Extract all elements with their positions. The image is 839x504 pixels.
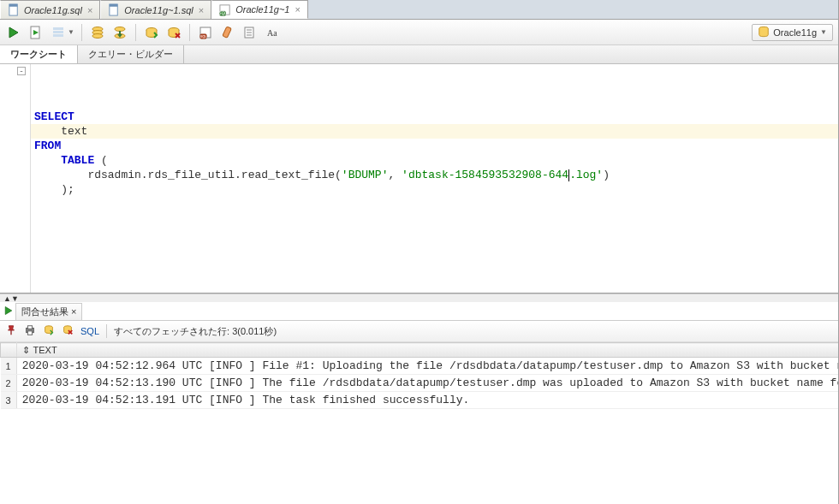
result-tabs: 問合せ結果 × [0, 302, 838, 321]
delete-button[interactable] [62, 324, 74, 338]
file-tab-0[interactable]: Oracle11g.sql × [0, 0, 100, 19]
unshared-worksheet-button[interactable]: SQL [197, 24, 214, 41]
result-toolbar: SQL すべてのフェッチされた行: 3(0.011秒) [0, 321, 838, 342]
file-tab-label: Oracle11g~1.sql [124, 5, 193, 15]
row-header-corner [1, 343, 17, 358]
svg-text:SQL: SQL [219, 11, 227, 15]
fetch-status: すべてのフェッチされた行: 3(0.011秒) [114, 325, 277, 338]
file-tabs: Oracle11g.sql × Oracle11g~1.sql × SQL Or… [0, 0, 838, 20]
main-toolbar: ▼ SQL Aa Oracle11g ▼ [0, 20, 838, 45]
result-tab-0[interactable]: 問合せ結果 × [15, 303, 82, 320]
pin-button[interactable] [5, 324, 17, 338]
table-row[interactable]: 2 2020-03-19 04:52:13.190 UTC [INFO ] Th… [1, 375, 840, 392]
file-tab-1[interactable]: Oracle11g~1.sql × [100, 0, 211, 19]
table-row[interactable]: 1 2020-03-19 04:52:12.964 UTC [INFO ] Fi… [1, 358, 840, 375]
fold-toggle[interactable]: - [17, 67, 26, 75]
row-number: 1 [1, 358, 17, 375]
connection-name: Oracle11g [773, 27, 817, 38]
tab-query-builder[interactable]: クエリー・ビルダー [78, 45, 184, 63]
database-icon [758, 26, 770, 39]
svg-rect-36 [27, 331, 32, 335]
connection-selector[interactable]: Oracle11g ▼ [752, 24, 833, 41]
case-toggle-button[interactable]: Aa [264, 24, 281, 41]
run-button[interactable] [5, 24, 22, 41]
splitter-icon: ▲▼ [3, 294, 19, 303]
split-handle[interactable]: ▲▼ [0, 294, 838, 302]
sql-editor-area: - SELECT text FROM TABLE ( rdsadmin.rds_… [0, 64, 838, 294]
clear-button[interactable] [219, 24, 236, 41]
file-tab-2[interactable]: SQL Oracle11g~1 × [211, 0, 308, 19]
sql-file-icon [108, 3, 121, 16]
editor-gutter: - [0, 64, 31, 293]
explain-plan-button[interactable] [50, 24, 67, 41]
commit-button[interactable] [111, 24, 128, 41]
svg-rect-25 [223, 26, 232, 37]
sql-file-icon [8, 3, 21, 16]
svg-rect-35 [27, 326, 32, 329]
svg-rect-11 [53, 31, 63, 33]
sql-worksheet-icon: SQL [219, 3, 232, 16]
close-icon[interactable]: × [199, 5, 204, 15]
cell-text: 2020-03-19 04:52:13.190 UTC [INFO ] The … [16, 375, 839, 392]
rollback-button[interactable] [143, 24, 160, 41]
table-row[interactable]: 3 2020-03-19 04:52:13.191 UTC [INFO ] Th… [1, 392, 840, 409]
run-result-icon [3, 305, 14, 317]
cancel-button[interactable] [165, 24, 182, 41]
svg-marker-32 [5, 306, 12, 314]
svg-point-16 [115, 27, 125, 31]
row-number: 3 [1, 392, 17, 409]
cell-text: 2020-03-19 04:52:13.191 UTC [INFO ] The … [16, 392, 839, 409]
svg-rect-12 [53, 34, 63, 37]
result-grid: ⇕ TEXT 1 2020-03-19 04:52:12.964 UTC [IN… [0, 342, 839, 409]
svg-text:Aa: Aa [267, 28, 277, 38]
svg-rect-1 [9, 4, 17, 7]
result-tab-label: 問合せ結果 [21, 305, 68, 318]
close-icon[interactable]: × [295, 4, 300, 15]
svg-rect-10 [53, 27, 63, 30]
svg-marker-7 [9, 27, 18, 38]
svg-text:SQL: SQL [199, 34, 207, 39]
row-number: 2 [1, 375, 17, 392]
sql-link[interactable]: SQL [80, 326, 99, 336]
file-tab-label: Oracle11g.sql [24, 5, 82, 15]
cell-text: 2020-03-19 04:52:12.964 UTC [INFO ] File… [16, 358, 839, 375]
sort-icon: ⇕ [22, 345, 31, 356]
svg-point-15 [92, 33, 103, 38]
close-icon[interactable]: × [71, 306, 76, 317]
export-button[interactable] [43, 324, 55, 338]
worksheet-subtabs: ワークシート クエリー・ビルダー [0, 45, 838, 64]
autotrace-button[interactable] [89, 24, 106, 41]
print-button[interactable] [24, 324, 36, 338]
column-header-text[interactable]: ⇕ TEXT [16, 343, 839, 358]
history-button[interactable] [241, 24, 259, 41]
chevron-down-icon: ▼ [820, 28, 827, 36]
run-script-button[interactable] [27, 24, 45, 41]
file-tab-label: Oracle11g~1 [235, 4, 289, 15]
svg-rect-3 [110, 4, 117, 7]
close-icon[interactable]: × [87, 5, 92, 15]
tab-worksheet[interactable]: ワークシート [0, 45, 78, 63]
dropdown-arrow-icon[interactable]: ▼ [68, 28, 74, 36]
sql-editor[interactable]: SELECT text FROM TABLE ( rdsadmin.rds_fi… [31, 64, 838, 293]
